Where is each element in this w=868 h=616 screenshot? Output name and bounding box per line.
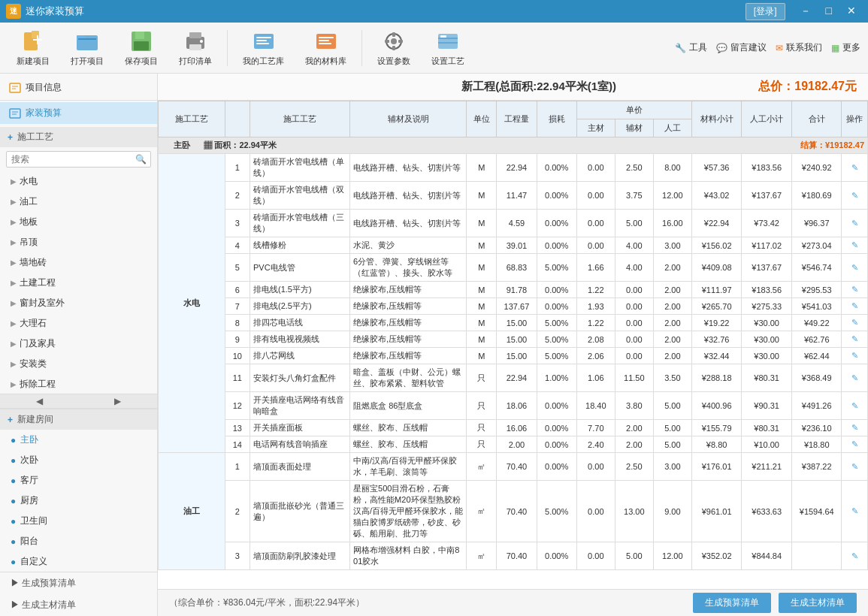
login-button[interactable]: [登录] [746, 3, 785, 20]
craft-item-civil[interactable]: ▶ 土建工程 [0, 273, 157, 293]
craft-label: 水电 [20, 175, 38, 188]
row-labor: 5.00 [653, 392, 691, 420]
row-main: 1.22 [576, 315, 615, 331]
my-crafts-button[interactable]: 我的工艺库 [234, 25, 293, 71]
craft-item-paint[interactable]: ▶ 油工 [0, 192, 157, 212]
row-op[interactable]: ✎ [842, 481, 868, 542]
scroll-left-button[interactable]: ◀ [0, 394, 79, 408]
room-header-label: 新建房间 [17, 413, 53, 426]
craft-item-furniture[interactable]: ▶ 门及家具 [0, 334, 157, 354]
row-op[interactable]: ✎ [842, 210, 868, 237]
row-main: 1.66 [576, 254, 615, 282]
row-qty: 4.59 [497, 210, 537, 237]
row-unit: M [467, 282, 497, 298]
row-unit: M [467, 298, 497, 315]
add-room-plus[interactable]: + [8, 415, 13, 425]
row-material: 电线路开槽、钻头、切割片等 [350, 210, 467, 237]
row-no: 4 [225, 237, 250, 254]
set-crafts-icon [436, 29, 460, 53]
generate-budget-item[interactable]: ▶ 生成预算清单 [0, 572, 157, 594]
room-item-kitchen[interactable]: ● 厨房 [0, 491, 157, 511]
room-item-second[interactable]: ● 次卧 [0, 450, 157, 470]
generate-material-button[interactable]: 生成主材清单 [779, 593, 857, 613]
generate-budget-button[interactable]: 生成预算清单 [693, 593, 771, 613]
row-qty: 16.06 [497, 420, 537, 436]
generate-material-item[interactable]: ▶ 生成主材清单 [0, 594, 157, 616]
room-item-master[interactable]: ● 主卧 [0, 430, 157, 450]
save-project-button[interactable]: 保存项目 [116, 25, 167, 71]
craft-item-install[interactable]: ▶ 安装类 [0, 354, 157, 374]
craft-item-water-electric[interactable]: ▶ 水电 [0, 171, 157, 192]
room-item-custom[interactable]: ● 自定义 [0, 551, 157, 572]
row-material: 阻燃底盒 86型底盒 [350, 392, 467, 420]
room-section: + 新建房间 ● 主卧 ● 次卧 ● 客厅 ● 厨房 ● 卫生间 [0, 409, 157, 572]
sidebar-item-project-info[interactable]: 项目信息 [0, 77, 157, 98]
sidebar-item-house-estimate[interactable]: 家装预算 [0, 102, 157, 124]
craft-item-window[interactable]: ▶ 窗封及室外 [0, 293, 157, 313]
print-list-button[interactable]: 打印清单 [170, 25, 221, 71]
contact-button[interactable]: ✉ 联系我们 [776, 41, 822, 54]
row-op[interactable]: ✎ [842, 282, 868, 298]
row-op[interactable]: ✎ [842, 154, 868, 182]
feedback-button[interactable]: 💬 留言建议 [716, 41, 767, 54]
scroll-right-button[interactable]: ▶ [79, 394, 158, 408]
row-labor-sub: ¥117.02 [742, 237, 792, 254]
row-material: 绝缘胶布,压线帽等 [350, 348, 467, 364]
svg-rect-26 [385, 40, 389, 43]
set-params-button[interactable]: 设置参数 [368, 25, 419, 71]
row-op[interactable]: ✎ [842, 364, 868, 392]
row-op[interactable]: ✎ [842, 436, 868, 453]
maximize-button[interactable]: □ [820, 3, 838, 20]
craft-item-marble[interactable]: ▶ 大理石 [0, 313, 157, 334]
row-no: 5 [225, 254, 250, 282]
my-materials-button[interactable]: 我的材料库 [296, 25, 355, 71]
row-op[interactable]: ✎ [842, 182, 868, 210]
search-input[interactable] [7, 152, 132, 167]
set-crafts-button[interactable]: 设置工艺 [422, 25, 473, 71]
search-icon[interactable]: 🔍 [132, 152, 150, 167]
row-mat-sub: ¥265.70 [691, 298, 742, 315]
craft-list: ▶ 水电 ▶ 油工 ▶ 地板 ▶ 吊顶 ▶ 墙地砖 ▶ 土建工程 [0, 171, 157, 394]
new-project-button[interactable]: 新建项目 [8, 25, 59, 71]
print-list-icon [183, 29, 207, 53]
row-qty: 22.94 [497, 154, 537, 182]
sidebar-divider-1 [0, 100, 157, 101]
row-op[interactable]: ✎ [842, 348, 868, 364]
craft-item-floor[interactable]: ▶ 地板 [0, 212, 157, 232]
craft-item-wall-tile[interactable]: ▶ 墙地砖 [0, 252, 157, 273]
row-total: ¥541.03 [791, 298, 842, 315]
row-aux: 4.00 [615, 237, 653, 254]
row-op[interactable]: ✎ [842, 542, 868, 570]
row-op[interactable]: ✎ [842, 315, 868, 331]
row-op[interactable]: ✎ [842, 420, 868, 436]
row-material: 绝缘胶布,压线帽等 [350, 282, 467, 298]
svg-rect-35 [10, 109, 20, 118]
row-craft: 排八芯网线 [250, 348, 350, 364]
craft-item-demolish[interactable]: ▶ 拆除工程 [0, 374, 157, 394]
room-item-balcony[interactable]: ● 阳台 [0, 531, 157, 551]
open-project-button[interactable]: 打开项目 [62, 25, 113, 71]
minimize-button[interactable]: － [794, 3, 817, 20]
table-row: 5 PVC电线管 6分管、弹簧、穿线钢丝等（红蓝管）、接头、胶水等 M 68.8… [159, 254, 868, 282]
row-op[interactable]: ✎ [842, 392, 868, 420]
row-loss: 0.00% [537, 420, 576, 436]
row-op[interactable]: ✎ [842, 237, 868, 254]
craft-arrow: ▶ [11, 198, 17, 206]
close-button[interactable]: ✕ [841, 3, 862, 20]
more-button[interactable]: ▦ 更多 [831, 41, 860, 54]
craft-item-ceiling[interactable]: ▶ 吊顶 [0, 232, 157, 252]
row-qty: 22.94 [497, 364, 537, 392]
row-unit: 只 [467, 436, 497, 453]
room-item-living[interactable]: ● 客厅 [0, 470, 157, 491]
row-op[interactable]: ✎ [842, 254, 868, 282]
row-op[interactable]: ✎ [842, 331, 868, 348]
room-bullet: ● [11, 516, 16, 527]
add-craft-plus[interactable]: + [8, 132, 13, 143]
row-op[interactable]: ✎ [842, 298, 868, 315]
app-title: 迷 迷你家装预算 [6, 4, 84, 19]
row-craft: 砖墙面开水管电线槽（单线） [250, 154, 350, 182]
row-op[interactable]: ✎ [842, 453, 868, 481]
tools-button[interactable]: 🔧 工具 [675, 41, 707, 54]
th-no [225, 101, 250, 137]
room-item-bathroom[interactable]: ● 卫生间 [0, 511, 157, 531]
